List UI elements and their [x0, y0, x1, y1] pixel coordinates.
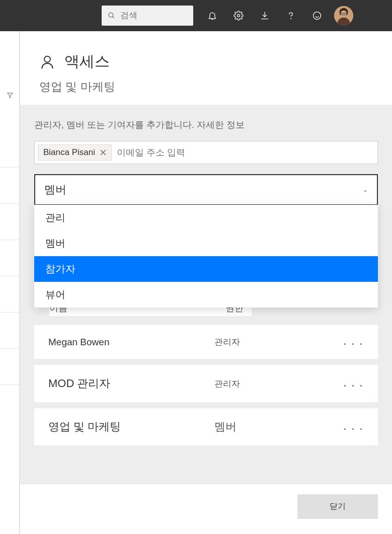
permission-name: Megan Bowen: [48, 337, 214, 348]
dropdown-option[interactable]: 멤버: [34, 231, 378, 256]
svg-point-0: [109, 13, 113, 17]
permission-list: Megan Bowen관리자. . .MOD 관리자관리자. . .영업 및 마…: [34, 325, 378, 451]
more-options-icon[interactable]: . . .: [344, 378, 364, 389]
filter-icon: [0, 87, 19, 101]
person-icon: [39, 54, 55, 70]
email-input-row[interactable]: Bianca Pisani: [34, 141, 378, 164]
panel-title: 액세스: [64, 51, 110, 72]
feedback-icon[interactable]: [304, 0, 330, 31]
panel-subtitle: 영업 및 마케팅: [39, 79, 373, 95]
svg-point-2: [238, 15, 240, 17]
chevron-down-icon: ⌄: [363, 186, 368, 193]
chip-name: Bianca Pisani: [43, 147, 95, 158]
dropdown-option[interactable]: 관리: [34, 205, 378, 231]
search-input[interactable]: [120, 11, 187, 21]
permission-row: MOD 관리자관리자. . .: [34, 365, 378, 402]
dropdown-selected[interactable]: 멤버 ⌄: [34, 174, 378, 205]
permission-name: MOD 관리자: [48, 376, 214, 391]
more-options-icon[interactable]: . . .: [344, 337, 364, 347]
user-chip: Bianca Pisani: [38, 144, 112, 161]
notification-icon[interactable]: [199, 0, 225, 31]
panel-footer: 닫기: [20, 484, 392, 534]
permission-row: Megan Bowen관리자. . .: [34, 325, 378, 359]
topbar: [0, 0, 392, 31]
panel-header: 액세스 영업 및 마케팅: [20, 31, 392, 105]
dropdown-selected-label: 멤버: [44, 182, 66, 197]
search-icon: [108, 11, 115, 20]
svg-point-4: [313, 12, 321, 20]
user-avatar[interactable]: [334, 6, 353, 25]
settings-icon[interactable]: [225, 0, 252, 31]
dropdown-option[interactable]: 뷰어: [34, 282, 378, 308]
close-button[interactable]: 닫기: [297, 494, 378, 519]
download-icon[interactable]: [252, 0, 278, 31]
dropdown-list: 관리멤버참가자뷰어: [34, 205, 378, 308]
permission-role: 관리자: [214, 336, 344, 348]
search-box[interactable]: [102, 6, 193, 26]
permission-row: 영업 및 마케팅멤버. . .: [34, 408, 378, 445]
permission-role: 관리자: [214, 378, 344, 390]
help-text: 관리자, 멤버 또는 기여자를 추가합니다. 자세한 정보: [34, 119, 378, 131]
chip-remove-icon[interactable]: [100, 149, 106, 156]
role-dropdown[interactable]: 멤버 ⌄ 관리멤버참가자뷰어: [34, 174, 378, 205]
svg-point-3: [291, 18, 291, 19]
help-icon[interactable]: [278, 0, 304, 31]
left-column: [0, 31, 20, 534]
permission-role: 멤버: [214, 419, 344, 434]
permission-name: 영업 및 마케팅: [48, 419, 214, 434]
access-panel: 액세스 영업 및 마케팅 관리자, 멤버 또는 기여자를 추가합니다. 자세한 …: [20, 31, 392, 534]
dropdown-option[interactable]: 참가자: [34, 256, 378, 282]
more-options-icon[interactable]: . . .: [344, 422, 364, 432]
svg-line-1: [112, 17, 114, 18]
topbar-icons: [199, 0, 353, 31]
email-input[interactable]: [112, 145, 374, 160]
svg-point-13: [44, 56, 50, 62]
